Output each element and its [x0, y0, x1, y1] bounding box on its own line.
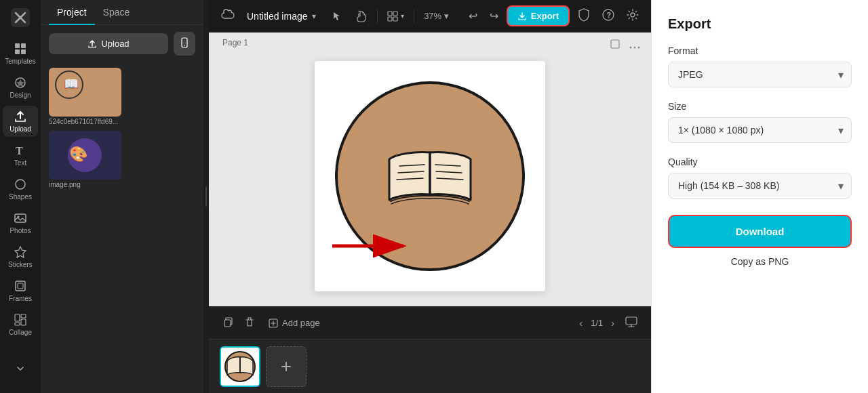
page-resize-btn[interactable] — [608, 37, 623, 54]
export-panel-title: Export — [668, 16, 852, 32]
document-title-area: Untitled image ▾ — [247, 11, 316, 22]
page-indicator: 1/1 — [591, 318, 603, 328]
zoom-chevron-icon: ▾ — [444, 11, 449, 21]
sidebar-item-photos[interactable]: Photos — [3, 207, 38, 239]
help-button[interactable]: ? — [598, 5, 618, 28]
upload-button[interactable]: Upload — [49, 33, 168, 54]
svg-point-19 — [184, 45, 185, 46]
prev-page-btn[interactable]: ‹ — [577, 315, 586, 331]
canvas-inner — [209, 33, 651, 306]
next-page-btn[interactable]: › — [608, 315, 617, 331]
add-page-thumbnail-btn[interactable] — [266, 346, 307, 387]
delete-page-btn[interactable] — [241, 314, 258, 333]
sidebar-item-stickers[interactable]: Stickers — [3, 241, 38, 272]
tab-project[interactable]: Project — [49, 0, 95, 24]
panel-image-item-2[interactable]: 🎨 image.png — [49, 131, 121, 190]
svg-rect-4 — [21, 43, 26, 48]
topbar: Untitled image ▾ ▾ 37% ▾ ↩ ↪ — [209, 0, 651, 33]
svg-point-35 — [638, 46, 640, 48]
export-button[interactable]: Export — [507, 5, 570, 26]
layout-chevron-icon: ▾ — [401, 12, 404, 20]
page-actions — [608, 37, 643, 54]
toolbar-tools: ▾ 37% ▾ — [326, 6, 454, 26]
svg-rect-32 — [611, 40, 619, 48]
svg-point-34 — [634, 46, 636, 48]
size-select[interactable]: 1× (1080 × 1080 px) 2× (2160 × 2160 px) … — [668, 117, 852, 143]
app-logo[interactable] — [8, 5, 33, 30]
sidebar-item-text[interactable]: T Text — [3, 140, 38, 171]
document-title: Untitled image — [247, 11, 308, 22]
page-more-btn[interactable] — [627, 37, 643, 54]
add-page-btn[interactable]: Add page — [263, 315, 326, 331]
icon-sidebar: Templates Design Upload T Text Shapes Ph… — [0, 0, 41, 393]
canvas-workspace: Page 1 — [209, 33, 651, 306]
svg-rect-48 — [626, 317, 637, 325]
sidebar-collapse-btn[interactable] — [9, 358, 31, 382]
shield-button[interactable] — [574, 4, 594, 28]
format-label: Format — [668, 45, 852, 56]
sidebar-item-shapes[interactable]: Shapes — [3, 173, 38, 205]
svg-rect-15 — [21, 314, 26, 318]
title-chevron[interactable]: ▾ — [312, 12, 316, 21]
svg-point-33 — [630, 46, 632, 48]
undo-button[interactable]: ↩ — [465, 5, 481, 26]
quality-label: Quality — [668, 157, 852, 167]
format-select-wrapper: JPEG PNG PDF SVG ▾ — [668, 62, 852, 87]
resize-handle[interactable] — [203, 0, 209, 393]
canvas-bottom-bar: Add page ‹ 1/1 › — [209, 306, 651, 339]
sidebar-item-frames[interactable]: Frames — [3, 275, 38, 306]
panel-images-grid: 📖 524c0eb671017ffd69... 🎨 image.png — [41, 62, 203, 195]
format-field: Format JPEG PNG PDF SVG ▾ — [668, 45, 852, 87]
size-select-wrapper: 1× (1080 × 1080 px) 2× (2160 × 2160 px) … — [668, 117, 852, 143]
panel-tabs: Project Space — [41, 0, 203, 25]
svg-rect-28 — [393, 17, 397, 21]
svg-text:📖: 📖 — [64, 77, 79, 91]
redo-button[interactable]: ↪ — [486, 5, 502, 26]
sidebar-item-templates[interactable]: Templates — [3, 38, 38, 69]
svg-rect-44 — [224, 320, 231, 327]
layout-tool-btn[interactable]: ▾ — [382, 7, 410, 26]
page-navigation: ‹ 1/1 › — [577, 315, 617, 331]
svg-rect-25 — [388, 12, 392, 16]
svg-rect-5 — [15, 49, 20, 54]
thumbnail-page-1[interactable] — [220, 346, 260, 387]
quality-select[interactable]: Low (39 KB – 77 KB) Medium (77 KB – 154 … — [668, 173, 852, 199]
mobile-upload-button[interactable] — [174, 32, 195, 56]
export-panel: Export Format JPEG PNG PDF SVG ▾ Size 1×… — [651, 0, 868, 393]
page-label: Page 1 — [222, 38, 248, 47]
tool-divider-2 — [414, 9, 414, 23]
zoom-control[interactable]: 37% ▾ — [418, 8, 454, 24]
copy-page-btn[interactable] — [220, 314, 236, 333]
tab-space[interactable]: Space — [95, 0, 138, 24]
cloud-icon-btn[interactable] — [217, 5, 239, 28]
svg-rect-18 — [182, 38, 187, 47]
quality-select-wrapper: Low (39 KB – 77 KB) Medium (77 KB – 154 … — [668, 173, 852, 199]
panel-sidebar: Project Space Upload 📖 524c0eb671017ffd6… — [41, 0, 203, 393]
svg-text:🎨: 🎨 — [69, 145, 88, 163]
size-label: Size — [668, 101, 852, 112]
svg-text:?: ? — [606, 11, 611, 19]
svg-rect-16 — [21, 319, 26, 325]
svg-rect-3 — [15, 43, 20, 48]
present-btn[interactable] — [623, 312, 640, 333]
copy-png-button[interactable]: Copy as PNG — [668, 251, 852, 272]
panel-image-item-1[interactable]: 📖 524c0eb671017ffd69... — [49, 68, 121, 127]
sidebar-item-collage[interactable]: Collage — [3, 309, 38, 340]
book-illustration — [335, 81, 525, 271]
svg-rect-27 — [388, 17, 392, 21]
svg-rect-12 — [16, 281, 25, 291]
quality-field: Quality Low (39 KB – 77 KB) Medium (77 K… — [668, 157, 852, 199]
canvas-page[interactable] — [315, 61, 545, 291]
hand-tool-btn[interactable] — [350, 6, 373, 26]
sidebar-item-design[interactable]: Design — [3, 72, 38, 103]
main-area: Untitled image ▾ ▾ 37% ▾ ↩ ↪ — [209, 0, 651, 393]
download-button[interactable]: Download — [668, 215, 852, 248]
svg-rect-14 — [15, 314, 20, 321]
select-tool-btn[interactable] — [326, 7, 347, 26]
topbar-actions: ↩ ↪ Export ? — [465, 4, 643, 28]
format-select[interactable]: JPEG PNG PDF SVG — [668, 62, 852, 87]
panel-upload-row: Upload — [41, 25, 203, 62]
thumbnail-strip — [209, 339, 651, 393]
sidebar-item-upload[interactable]: Upload — [3, 106, 38, 137]
settings-button[interactable] — [623, 5, 643, 28]
